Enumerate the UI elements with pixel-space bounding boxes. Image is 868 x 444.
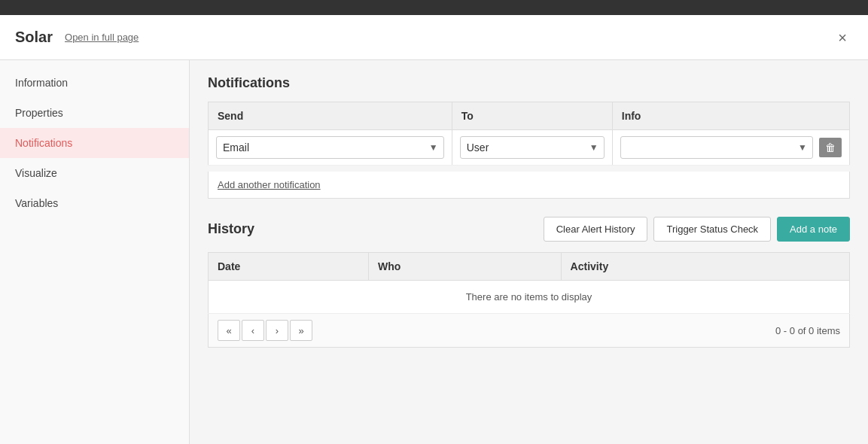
send-cell: Email SMS Webhook ▼ [209, 130, 452, 166]
col-header-info: Info [612, 102, 849, 130]
history-title: History [208, 221, 254, 237]
modal-container: Solar Open in full page × Information Pr… [0, 0, 868, 444]
modal-header: Solar Open in full page × [0, 15, 868, 60]
info-select-wrapper: ▼ [620, 136, 813, 159]
history-empty-message: There are no items to display [209, 281, 850, 314]
history-empty-row: There are no items to display [209, 281, 850, 314]
open-full-page-link[interactable]: Open in full page [65, 32, 139, 43]
history-header: History Clear Alert History Trigger Stat… [208, 217, 850, 242]
sidebar-item-visualize[interactable]: Visualize [0, 158, 189, 188]
sidebar-item-information[interactable]: Information [0, 68, 189, 98]
add-notification-link[interactable]: Add another notification [208, 172, 850, 199]
pagination-first-button[interactable]: « [218, 320, 240, 341]
sidebar-item-properties[interactable]: Properties [0, 98, 189, 128]
col-header-who: Who [369, 253, 562, 281]
to-cell: User Group Custom ▼ [452, 130, 612, 166]
info-cell: ▼ 🗑 [612, 130, 849, 166]
send-select[interactable]: Email SMS Webhook [216, 136, 444, 159]
col-header-to: To [452, 102, 612, 130]
pagination-bar: « ‹ › » 0 - 0 of 0 items [208, 314, 850, 348]
send-select-wrapper: Email SMS Webhook ▼ [216, 136, 444, 159]
clear-alert-history-button[interactable]: Clear Alert History [544, 217, 648, 242]
history-table: Date Who Activity There are no items to … [208, 252, 850, 314]
close-button[interactable]: × [832, 27, 853, 48]
notification-row: Email SMS Webhook ▼ [209, 130, 850, 166]
pagination-info: 0 - 0 of 0 items [775, 325, 840, 336]
pagination-prev-button[interactable]: ‹ [242, 320, 264, 341]
modal-title: Solar [15, 29, 53, 46]
modal-body: Information Properties Notifications Vis… [0, 60, 868, 444]
col-header-activity: Activity [561, 253, 849, 281]
pagination-next-button[interactable]: › [266, 320, 288, 341]
history-section: History Clear Alert History Trigger Stat… [208, 217, 850, 348]
col-header-date: Date [209, 253, 369, 281]
sidebar-item-variables[interactable]: Variables [0, 188, 189, 218]
info-select[interactable] [620, 136, 813, 159]
notifications-section: Notifications Send To Info [208, 75, 850, 199]
sidebar-item-notifications[interactable]: Notifications [0, 128, 189, 158]
col-header-send: Send [209, 102, 452, 130]
notifications-title: Notifications [208, 75, 850, 91]
sidebar: Information Properties Notifications Vis… [0, 60, 190, 444]
main-content: Notifications Send To Info [190, 60, 868, 444]
pagination-last-button[interactable]: » [290, 320, 312, 341]
to-select[interactable]: User Group Custom [460, 136, 605, 159]
add-note-button[interactable]: Add a note [777, 217, 850, 242]
to-select-wrapper: User Group Custom ▼ [460, 136, 605, 159]
pagination-controls: « ‹ › » [218, 320, 312, 341]
delete-notification-button[interactable]: 🗑 [819, 138, 842, 157]
notifications-table: Send To Info Email SMS [208, 102, 850, 166]
trigger-status-check-button[interactable]: Trigger Status Check [653, 217, 771, 242]
top-bar [0, 0, 868, 15]
